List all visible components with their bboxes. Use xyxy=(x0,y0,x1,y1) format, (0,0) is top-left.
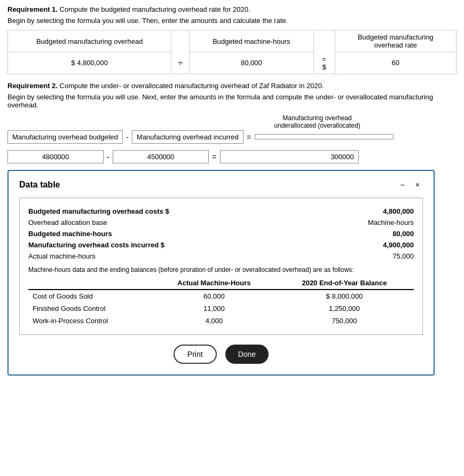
modal-footer: Print Done xyxy=(19,345,423,364)
modal-overlay: Data table − × Budgeted manufacturing ov… xyxy=(7,170,457,376)
req2-heading: Requirement 2. Compute the under- or ove… xyxy=(7,82,457,90)
data-row: Overhead allocation baseMachine-hours xyxy=(28,217,414,228)
req2-col1-value[interactable]: 4800000 xyxy=(7,150,104,163)
data-row: Budgeted manufacturing overhead costs $4… xyxy=(28,206,414,217)
data-row-value: 75,000 xyxy=(350,252,414,260)
req1-numerator-header: Budgeted manufacturing overhead xyxy=(8,30,171,52)
mh-balance: 750,000 xyxy=(275,315,414,327)
data-row: Manufacturing overhead costs incurred $4… xyxy=(28,239,414,251)
req1-label: Requirement 1. xyxy=(7,5,58,13)
req1-op1-header xyxy=(171,30,190,52)
data-rows-container: Budgeted manufacturing overhead costs $4… xyxy=(28,206,414,262)
modal-controls: − × xyxy=(397,180,423,190)
mh-hours: 60,000 xyxy=(153,290,275,302)
data-row-value: 4,800,000 xyxy=(350,207,414,215)
data-row-value: Machine-hours xyxy=(350,219,414,227)
mh-label: Work-in-Process Control xyxy=(28,315,153,327)
req1-description: Compute the budgeted manufacturing overh… xyxy=(60,5,250,13)
data-note: Machine-hours data and the ending balanc… xyxy=(28,266,414,274)
table-row: Cost of Goods Sold60,000$ 8,000,000 xyxy=(28,290,414,302)
mh-col2-header: Actual Machine-Hours xyxy=(153,277,275,290)
mh-balance: 1,250,000 xyxy=(275,302,414,315)
req2-col3-value[interactable]: 300000 xyxy=(220,150,359,163)
req1-value-row: $ 4,800,000 ÷ 80,000 = $ 60 xyxy=(8,52,457,74)
req2-col2-value[interactable]: 4500000 xyxy=(113,150,209,163)
data-row-label: Overhead allocation base xyxy=(28,219,107,227)
data-row-label: Manufacturing overhead costs incurred $ xyxy=(28,241,164,249)
mh-col1-header xyxy=(28,277,153,290)
data-inner-table: Budgeted manufacturing overhead costs $4… xyxy=(19,198,423,335)
req2-col3-result xyxy=(255,134,394,139)
req1-instruction: Begin by selecting the formula you will … xyxy=(7,17,457,25)
mh-label: Finished Goods Control xyxy=(28,302,153,315)
req2-op1-val: - xyxy=(104,152,113,161)
machine-hours-table: Actual Machine-Hours 2020 End-of-Year Ba… xyxy=(28,277,414,327)
data-row-label: Budgeted machine-hours xyxy=(28,230,112,238)
req1-eq-value: = $ xyxy=(313,52,335,74)
req1-eq-header xyxy=(313,30,335,52)
data-row-label: Budgeted manufacturing overhead costs $ xyxy=(28,207,169,215)
data-row: Budgeted machine-hours80,000 xyxy=(28,228,414,239)
mh-hours: 11,000 xyxy=(153,302,275,315)
modal-close-button[interactable]: × xyxy=(412,180,423,190)
req2-value-row[interactable]: 4800000 - 4500000 = 300000 xyxy=(7,150,457,163)
req1-numerator-value: $ 4,800,000 xyxy=(8,52,171,74)
machine-hours-body: Cost of Goods Sold60,000$ 8,000,000Finis… xyxy=(28,290,414,327)
req2-op1: - xyxy=(123,132,132,142)
req2-label: Requirement 2. xyxy=(7,82,58,90)
req2-description: Compute the under- or overallocated manu… xyxy=(60,82,324,90)
mh-balance: $ 8,000,000 xyxy=(275,290,414,302)
mh-label: Cost of Goods Sold xyxy=(28,290,153,302)
req1-denominator-header: Budgeted machine-hours xyxy=(190,30,313,52)
req1-formula-table: Budgeted manufacturing overhead Budgeted… xyxy=(7,30,457,74)
data-row: Actual machine-hours75,000 xyxy=(28,251,414,262)
data-row-label: Actual machine-hours xyxy=(28,252,96,260)
req2-instruction: Begin by selecting the formula you will … xyxy=(7,93,457,109)
req1-op1-value: ÷ xyxy=(171,52,190,74)
req1-denominator-value: 80,000 xyxy=(190,52,313,74)
req2-eq1-val: = xyxy=(209,152,220,161)
req1-result-header: Budgeted manufacturing overhead rate xyxy=(335,30,456,52)
req1-heading: Requirement 1. Compute the budgeted manu… xyxy=(7,5,457,13)
done-button[interactable]: Done xyxy=(225,345,269,364)
print-button[interactable]: Print xyxy=(174,345,217,364)
table-row: Finished Goods Control11,000 1,250,000 xyxy=(28,302,414,315)
modal-minimize-button[interactable]: − xyxy=(397,180,408,190)
modal-titlebar: Data table − × xyxy=(19,180,423,190)
req2-col1-label: Manufacturing overhead budgeted xyxy=(7,130,123,144)
req2-col2-label: Manufacturing overhead incurred xyxy=(132,130,243,144)
modal-title: Data table xyxy=(19,180,60,190)
data-table-modal: Data table − × Budgeted manufacturing ov… xyxy=(7,170,435,376)
req1-header-row: Budgeted manufacturing overhead Budgeted… xyxy=(8,30,457,52)
data-row-value: 80,000 xyxy=(350,230,414,238)
table-row: Work-in-Process Control4,000 750,000 xyxy=(28,315,414,327)
req2-col3-header: Manufacturing overhead underallocated (o… xyxy=(248,114,387,129)
req1-result-value: 60 xyxy=(335,52,456,74)
machine-hours-header-row: Actual Machine-Hours 2020 End-of-Year Ba… xyxy=(28,277,414,290)
data-row-value: 4,900,000 xyxy=(350,241,414,249)
req2-eq1: = xyxy=(243,132,255,142)
req2-formula-headers: Manufacturing overhead underallocated (o… xyxy=(7,114,457,129)
req2-formula-row: Manufacturing overhead budgeted - Manufa… xyxy=(7,130,457,144)
mh-col3-header: 2020 End-of-Year Balance xyxy=(275,277,414,290)
mh-hours: 4,000 xyxy=(153,315,275,327)
